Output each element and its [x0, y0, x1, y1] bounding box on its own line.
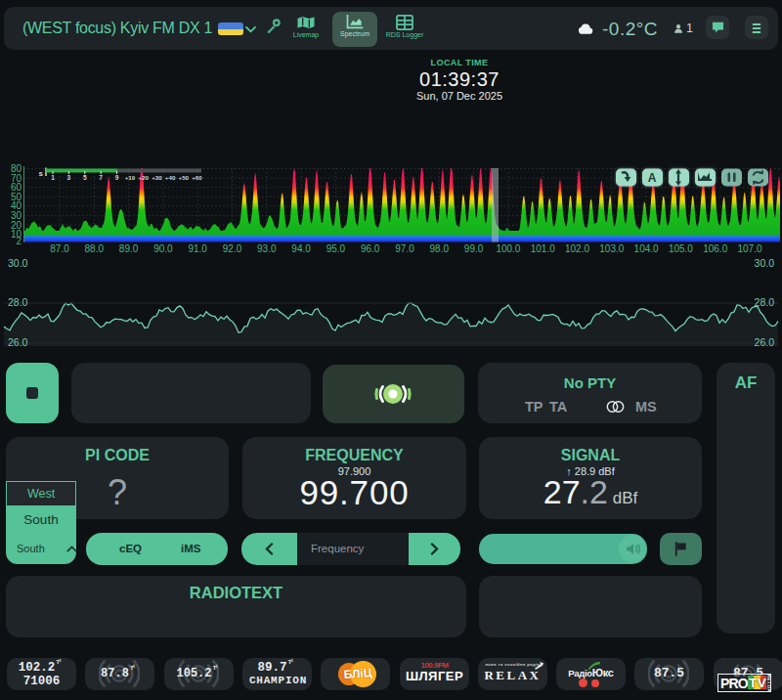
svg-text:+30: +30: [152, 174, 162, 181]
svg-text:+50: +50: [179, 174, 190, 181]
svg-text:88.0: 88.0: [85, 243, 105, 254]
svg-text:91.0: 91.0: [188, 243, 207, 254]
svg-text:5: 5: [83, 174, 87, 181]
svg-text:87.0: 87.0: [50, 243, 69, 254]
svg-text:92.0: 92.0: [223, 243, 242, 254]
svg-text:103.0: 103.0: [599, 243, 624, 254]
svg-text:95.0: 95.0: [326, 243, 346, 254]
svg-text:s: s: [39, 169, 44, 178]
svg-text:93.0: 93.0: [257, 243, 277, 254]
svg-text:105.0: 105.0: [669, 243, 693, 254]
svg-text:98.0: 98.0: [430, 243, 450, 254]
svg-text:97.0: 97.0: [395, 243, 414, 254]
svg-text:+10: +10: [125, 174, 136, 181]
svg-text:1: 1: [51, 174, 55, 181]
svg-text:104.0: 104.0: [634, 243, 659, 254]
svg-text:28.0: 28.0: [755, 296, 775, 308]
svg-text:26.0: 26.0: [8, 336, 28, 348]
svg-text:99.0: 99.0: [464, 243, 484, 254]
svg-text:90.0: 90.0: [153, 243, 173, 254]
svg-text:100.0: 100.0: [496, 243, 520, 254]
svg-text:+20: +20: [138, 174, 149, 181]
svg-text:102.0: 102.0: [565, 243, 589, 254]
svg-text:+60: +60: [192, 174, 202, 181]
svg-text:+40: +40: [165, 174, 176, 181]
svg-text:101.0: 101.0: [531, 243, 555, 254]
svg-text:89.0: 89.0: [119, 243, 139, 254]
svg-text:A: A: [648, 171, 657, 185]
svg-text:28.0: 28.0: [8, 296, 28, 308]
svg-text:96.0: 96.0: [361, 243, 380, 254]
svg-text:2: 2: [16, 236, 22, 246]
svg-text:107.0: 107.0: [737, 243, 761, 254]
svg-text:9: 9: [115, 174, 119, 181]
svg-text:3: 3: [67, 174, 71, 181]
svg-text:7: 7: [99, 174, 103, 181]
svg-text:26.0: 26.0: [755, 336, 775, 348]
svg-text:30.0: 30.0: [8, 257, 28, 269]
svg-text:30.0: 30.0: [755, 257, 775, 269]
svg-text:106.0: 106.0: [703, 243, 727, 254]
svg-text:94.0: 94.0: [291, 243, 311, 254]
